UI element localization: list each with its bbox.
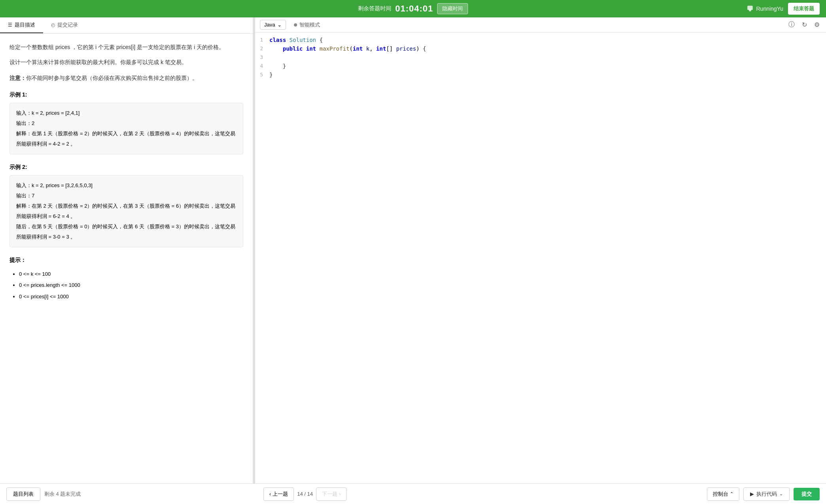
tab-problem-label: 题目描述 (15, 21, 35, 28)
example2-title: 示例 2: (9, 162, 243, 172)
smart-mode-dot (294, 23, 297, 27)
code-line-3: 3 (255, 53, 826, 62)
run-chevron-icon: ⌄ (779, 491, 783, 496)
tab-submissions-label: 提交记录 (57, 21, 78, 28)
bottom-left: 题目列表 剩余 4 题未完成 (6, 487, 81, 501)
line-content-1: class Solution { (269, 36, 826, 44)
page-info: 14 / 14 (297, 491, 313, 497)
hint2: 0 <= prices.length <= 1000 (19, 280, 243, 291)
top-right-area: RunningYu 结束答题 (746, 3, 820, 15)
notice-content: 你不能同时参与多笔交易（你必须在再次购买前出售掉之前的股票）。 (26, 75, 198, 81)
console-button[interactable]: 控制台 ⌃ (707, 487, 739, 501)
left-panel: ☰ 题目描述 ◴ 提交记录 给定一个整数数组 prices ，它的第 i 个元素… (0, 17, 253, 483)
user-icon (746, 5, 754, 12)
example1-input: 输入：k = 2, prices = [2,4,1] (16, 108, 237, 118)
tab-bar: ☰ 题目描述 ◴ 提交记录 (0, 17, 253, 34)
next-label: 下一题 (322, 491, 337, 498)
code-lines: 1 class Solution { 2 public int maxProfi… (255, 32, 826, 82)
svg-point-1 (749, 9, 751, 11)
prev-problem-button[interactable]: ‹ 上一题 (263, 487, 294, 501)
play-icon: ▶ (750, 491, 754, 497)
next-problem-button[interactable]: 下一题 › (316, 487, 347, 501)
desc-line2: 设计一个算法来计算你所能获取的最大利润。你最多可以完成 k 笔交易。 (9, 57, 243, 68)
example1-title: 示例 1: (9, 90, 243, 100)
example2-explain1: 解释：在第 2 天（股票价格 = 2）的时候买入，在第 3 天（股票价格 = 6… (16, 201, 237, 222)
timer-section: 剩余答题时间 01:04:01 隐藏时间 (358, 3, 468, 14)
clock-icon: ◴ (51, 22, 55, 28)
console-label: 控制台 (713, 491, 728, 498)
line-content-5: } (269, 70, 826, 79)
doc-icon: ☰ (8, 22, 12, 28)
submit-button[interactable]: 提交 (794, 488, 820, 500)
settings-icon-button[interactable]: ⚙ (813, 20, 821, 29)
user-name: RunningYu (756, 6, 783, 12)
example1-box: 输入：k = 2, prices = [2,4,1] 输出：2 解释：在第 1 … (9, 103, 243, 154)
bottom-bar: 题目列表 剩余 4 题未完成 ‹ 上一题 14 / 14 下一题 › 控制台 ⌃… (0, 483, 826, 504)
end-exam-button[interactable]: 结束答题 (788, 3, 820, 15)
line-number-3: 3 (255, 53, 269, 62)
info-icon-button[interactable]: ⓘ (787, 20, 796, 30)
line-number-5: 5 (255, 70, 269, 79)
bottom-right: 控制台 ⌃ ▶ 执行代码 ⌄ 提交 (707, 487, 820, 501)
smart-mode-section: 智能模式 (294, 21, 320, 28)
code-line-1: 1 class Solution { (255, 36, 826, 44)
line-content-2: public int maxProfit(int k, int[] prices… (269, 44, 826, 53)
tab-submissions[interactable]: ◴ 提交记录 (43, 17, 86, 33)
main-area: ☰ 题目描述 ◴ 提交记录 给定一个整数数组 prices ，它的第 i 个元素… (0, 17, 826, 483)
line-content-4: } (269, 62, 826, 70)
smart-mode-label: 智能模式 (299, 21, 320, 28)
language-selector[interactable]: Java ⌄ (260, 20, 286, 30)
example2-box: 输入：k = 2, prices = [3,2,6,5,0,3] 输出：7 解释… (9, 175, 243, 247)
console-chevron-icon: ⌃ (730, 491, 733, 496)
code-line-5: 5 } (255, 70, 826, 79)
hint1: 0 <= k <= 100 (19, 269, 243, 280)
tab-problem-desc[interactable]: ☰ 题目描述 (0, 17, 43, 33)
desc-line1: 给定一个整数数组 prices ，它的第 i 个元素 prices[i] 是一支… (9, 42, 243, 53)
chevron-right-icon: › (339, 491, 341, 497)
problem-list-button[interactable]: 题目列表 (6, 487, 40, 501)
line-number-1: 1 (255, 36, 269, 44)
example1-explain: 解释：在第 1 天（股票价格 = 2）的时候买入，在第 2 天（股票价格 = 4… (16, 129, 237, 149)
example1-output: 输出：2 (16, 118, 237, 129)
problem-content: 给定一个整数数组 prices ，它的第 i 个元素 prices[i] 是一支… (0, 34, 253, 483)
notice-text: 注意：你不能同时参与多笔交易（你必须在再次购买前出售掉之前的股票）。 (9, 72, 243, 83)
refresh-icon-button[interactable]: ↻ (800, 20, 809, 29)
nav-section: ‹ 上一题 14 / 14 下一题 › (263, 487, 347, 501)
line-number-2: 2 (255, 44, 269, 53)
editor-toolbar: Java ⌄ 智能模式 ⓘ ↻ ⚙ (255, 17, 826, 32)
example2-explain2: 随后，在第 5 天（股票价格 = 0）的时候买入，在第 6 天（股票价格 = 3… (16, 222, 237, 242)
language-label: Java (264, 22, 275, 28)
example2-input: 输入：k = 2, prices = [3,2,6,5,0,3] (16, 180, 237, 191)
chevron-left-icon: ‹ (269, 491, 271, 497)
user-area: RunningYu (746, 5, 783, 12)
line-number-4: 4 (255, 62, 269, 70)
run-code-button[interactable]: ▶ 执行代码 ⌄ (743, 487, 790, 501)
timer-label: 剩余答题时间 (358, 5, 391, 12)
hide-time-button[interactable]: 隐藏时间 (437, 3, 468, 14)
hints-title: 提示： (9, 255, 243, 265)
timer-value: 01:04:01 (395, 4, 433, 14)
code-line-4: 4 } (255, 62, 826, 70)
chevron-down-icon: ⌄ (277, 22, 282, 28)
remaining-text: 剩余 4 题未完成 (44, 491, 81, 498)
right-panel: Java ⌄ 智能模式 ⓘ ↻ ⚙ 1 class Solution { (255, 17, 826, 483)
notice-bold: 注意： (9, 75, 26, 81)
hints-list: 0 <= k <= 100 0 <= prices.length <= 1000… (9, 269, 243, 303)
prev-label: 上一题 (273, 491, 288, 498)
code-line-2: 2 public int maxProfit(int k, int[] pric… (255, 44, 826, 53)
toolbar-actions: ⓘ ↻ ⚙ (787, 20, 821, 30)
code-editor[interactable]: 1 class Solution { 2 public int maxProfi… (255, 32, 826, 483)
top-bar: 剩余答题时间 01:04:01 隐藏时间 RunningYu 结束答题 (0, 0, 826, 17)
example2-output: 输出：7 (16, 191, 237, 201)
run-label: 执行代码 (756, 491, 777, 498)
problem-description: 给定一个整数数组 prices ，它的第 i 个元素 prices[i] 是一支… (9, 42, 243, 83)
hint3: 0 <= prices[i] <= 1000 (19, 291, 243, 303)
